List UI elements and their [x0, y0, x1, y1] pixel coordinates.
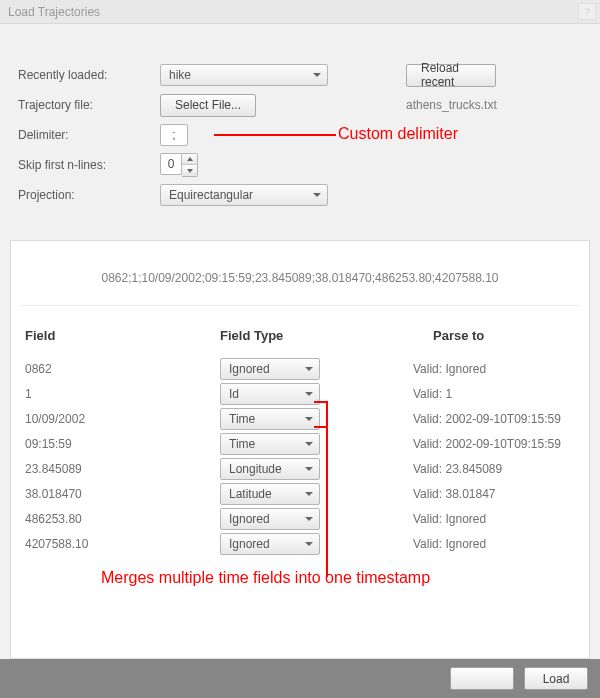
field-value: 10/09/2002 — [25, 406, 220, 431]
chevron-down-icon — [305, 542, 313, 546]
field-type-value: Ignored — [229, 362, 270, 376]
trajectory-file-label: Trajectory file: — [18, 98, 160, 112]
field-type-dropdown[interactable]: Ignored — [220, 358, 320, 380]
field-value: 486253.80 — [25, 506, 220, 531]
chevron-down-icon — [187, 169, 193, 173]
chevron-down-icon — [305, 442, 313, 446]
chevron-down-icon — [305, 517, 313, 521]
titlebar: Load Trajectories ? — [0, 0, 600, 24]
help-button[interactable]: ? — [578, 3, 596, 20]
field-type-dropdown[interactable]: Id — [220, 383, 320, 405]
projection-label: Projection: — [18, 188, 160, 202]
field-value: 1 — [25, 381, 220, 406]
parse-result: Valid: 23.845089 — [413, 456, 579, 481]
field-value: 09:15:59 — [25, 431, 220, 456]
parse-result: Valid: 2002-09-10T09:15:59 — [413, 406, 579, 431]
field-type-dropdown[interactable]: Ignored — [220, 508, 320, 530]
field-mapping-columns: Field 0862 1 10/09/2002 09:15:59 23.8450… — [21, 328, 579, 556]
chevron-down-icon — [305, 392, 313, 396]
field-type-dropdown[interactable]: Time — [220, 433, 320, 455]
parse-result: Valid: Ignored — [413, 356, 579, 381]
field-type-dropdown[interactable]: Longitude — [220, 458, 320, 480]
field-type-value: Ignored — [229, 512, 270, 526]
delimiter-label: Delimiter: — [18, 128, 160, 142]
reload-recent-button[interactable]: Reload recent — [406, 64, 496, 87]
field-type-value: Ignored — [229, 537, 270, 551]
chevron-down-icon — [305, 492, 313, 496]
field-value: 38.018470 — [25, 481, 220, 506]
field-value: 23.845089 — [25, 456, 220, 481]
delimiter-input[interactable]: ; — [160, 124, 188, 146]
preview-panel: 0862;1;10/09/2002;09:15:59;23.845089;38.… — [10, 240, 590, 659]
spinner-up-button[interactable] — [182, 154, 197, 165]
skip-lines-label: Skip first n-lines: — [18, 158, 160, 172]
select-file-button[interactable]: Select File... — [160, 94, 256, 117]
recently-loaded-dropdown[interactable]: hike — [160, 64, 328, 86]
field-type-value: Longitude — [229, 462, 282, 476]
parse-result: Valid: Ignored — [413, 531, 579, 556]
chevron-down-icon — [305, 417, 313, 421]
divider — [21, 305, 579, 306]
parse-result: Valid: 1 — [413, 381, 579, 406]
annotation-merge-time: Merges multiple time fields into one tim… — [101, 569, 430, 587]
field-type-value: Id — [229, 387, 239, 401]
window-title: Load Trajectories — [8, 5, 100, 19]
field-value: 4207588.10 — [25, 531, 220, 556]
field-type-dropdown[interactable]: Ignored — [220, 533, 320, 555]
parse-result: Valid: 38.01847 — [413, 481, 579, 506]
annotation-line — [214, 134, 336, 136]
field-type-value: Latitude — [229, 487, 272, 501]
selected-file-name: athens_trucks.txt — [406, 98, 497, 112]
spinner-down-button[interactable] — [182, 165, 197, 176]
field-type-dropdown[interactable]: Time — [220, 408, 320, 430]
dialog-footer: Load — [0, 659, 600, 698]
parse-result: Valid: Ignored — [413, 506, 579, 531]
chevron-down-icon — [313, 193, 321, 197]
column-header-parse: Parse to — [413, 328, 579, 356]
recently-loaded-value: hike — [169, 68, 191, 82]
projection-dropdown[interactable]: Equirectangular — [160, 184, 328, 206]
settings-form: Recently loaded: hike Reload recent Traj… — [0, 24, 600, 234]
parse-result: Valid: 2002-09-10T09:15:59 — [413, 431, 579, 456]
column-header-field: Field — [25, 328, 220, 356]
field-value: 0862 — [25, 356, 220, 381]
chevron-down-icon — [305, 467, 313, 471]
projection-value: Equirectangular — [169, 188, 253, 202]
field-type-value: Time — [229, 412, 255, 426]
load-trajectories-dialog: Load Trajectories ? Recently loaded: hik… — [0, 0, 600, 698]
sample-raw-line: 0862;1;10/09/2002;09:15:59;23.845089;38.… — [21, 271, 579, 305]
column-header-type: Field Type — [220, 328, 413, 356]
footer-blank-button[interactable] — [450, 667, 514, 690]
recently-loaded-label: Recently loaded: — [18, 68, 160, 82]
chevron-up-icon — [187, 157, 193, 161]
skip-lines-spinner[interactable]: 0 — [160, 153, 198, 177]
skip-lines-value[interactable]: 0 — [160, 153, 182, 175]
annotation-custom-delimiter: Custom delimiter — [338, 125, 458, 143]
chevron-down-icon — [313, 73, 321, 77]
annotation-line — [326, 401, 328, 577]
field-type-dropdown[interactable]: Latitude — [220, 483, 320, 505]
load-button[interactable]: Load — [524, 667, 588, 690]
field-type-value: Time — [229, 437, 255, 451]
chevron-down-icon — [305, 367, 313, 371]
